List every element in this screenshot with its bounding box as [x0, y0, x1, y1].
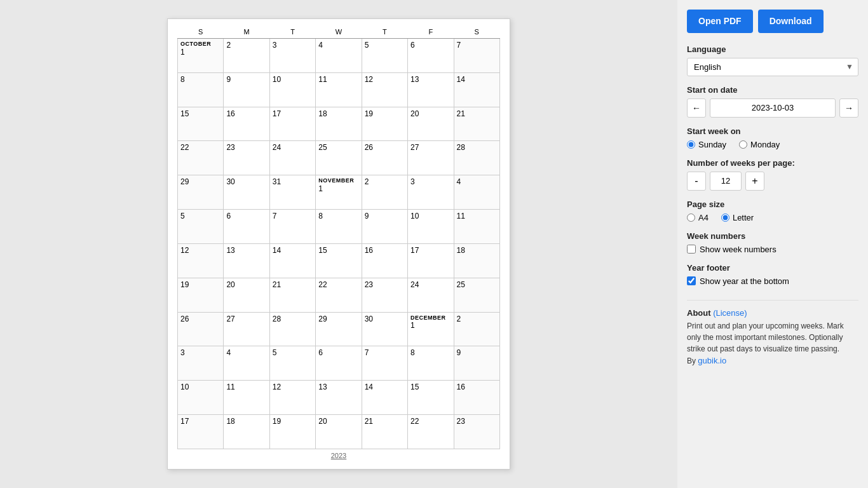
calendar-cell: 27 [408, 141, 454, 175]
day-number: 18 [318, 109, 327, 118]
a4-radio-label[interactable]: A4 [687, 213, 709, 222]
day-number: 1 [410, 321, 415, 330]
calendar-cell: 2 [224, 39, 269, 73]
start-date-section: Start on date ← → [687, 85, 858, 118]
day-number: 6 [226, 212, 231, 220]
calendar-cell: 28 [269, 312, 315, 346]
weeks-plus-button[interactable]: + [745, 172, 764, 191]
sunday-radio-label[interactable]: Sunday [687, 140, 726, 149]
calendar-week-row: 15161718192021 [178, 107, 500, 141]
top-buttons: Open PDF Download [687, 10, 858, 33]
calendar-week-row: 19202122232425 [178, 278, 500, 312]
day-number: 27 [226, 315, 234, 323]
day-number: 24 [273, 143, 281, 152]
calendar-cell: 10 [178, 381, 224, 415]
gubik-link[interactable]: gubik.io [698, 356, 726, 365]
date-input[interactable] [710, 98, 836, 118]
date-next-button[interactable]: → [839, 98, 858, 118]
day-number: 5 [180, 212, 185, 220]
weeks-per-page-section: Number of weeks per page: - + [687, 158, 858, 191]
day-number: 19 [365, 109, 373, 118]
calendar-cell: 7 [454, 39, 499, 73]
language-section: Language English Spanish French German ▼ [687, 44, 858, 76]
show-week-numbers-checkbox[interactable] [687, 245, 696, 254]
calendar-cell: 11 [316, 72, 362, 107]
day-number: 14 [457, 75, 465, 84]
calendar-week-row: 2627282930DECEMBER12 [178, 312, 500, 346]
day-number: 17 [273, 109, 281, 118]
calendar-page: SMTWTFS OCTOBER1234567891011121314151617… [167, 18, 510, 470]
calendar-cell: 21 [362, 415, 407, 449]
calendar-cell: 22 [178, 141, 224, 175]
calendar-week-row: 293031NOVEMBER1234 [178, 175, 500, 210]
calendar-cell: 15 [316, 243, 362, 278]
calendar-cell: 14 [454, 72, 499, 107]
calendar-week-row: 12131415161718 [178, 243, 500, 278]
calendar-cell: 18 [454, 243, 499, 278]
calendar-cell: 23 [362, 278, 407, 312]
calendar-cell: 9 [224, 72, 269, 107]
calendar-cell: 25 [454, 278, 499, 312]
day-number: 18 [226, 417, 234, 426]
calendar-cell: 12 [362, 72, 407, 107]
day-number: 9 [365, 212, 369, 220]
calendar-cell: 7 [269, 210, 315, 244]
about-title: About [687, 308, 711, 318]
day-number: 12 [273, 383, 281, 391]
monday-label: Monday [750, 140, 780, 149]
calendar-cell: 8 [178, 72, 224, 107]
day-number: 30 [226, 177, 234, 186]
calendar-week-row: OCTOBER1234567 [178, 39, 500, 73]
license-link[interactable]: (License) [713, 308, 747, 318]
day-number: 12 [365, 75, 373, 84]
calendar-week-row: 567891011 [178, 210, 500, 244]
letter-radio-label[interactable]: Letter [721, 213, 754, 222]
show-year-footer-label[interactable]: Show year at the bottom [687, 276, 858, 286]
page-size-radio-group: A4 Letter [687, 213, 858, 222]
download-button[interactable]: Download [758, 10, 824, 33]
a4-radio[interactable] [687, 214, 695, 222]
calendar-cell: 7 [362, 346, 407, 381]
day-number: 5 [365, 41, 369, 50]
calendar-cell: 4 [224, 346, 269, 381]
day-number: 2 [226, 41, 231, 50]
day-number: 16 [457, 383, 465, 391]
day-number: 9 [226, 75, 231, 84]
calendar-week-row: 891011121314 [178, 72, 500, 107]
weeks-minus-button[interactable]: - [687, 172, 706, 191]
day-number: 20 [318, 417, 327, 426]
calendar-cell: 30 [224, 175, 269, 210]
show-year-footer-checkbox[interactable] [687, 276, 696, 285]
day-number: 23 [457, 417, 465, 426]
language-select[interactable]: English Spanish French German [687, 58, 858, 76]
controls-panel: Open PDF Download Language English Spani… [677, 0, 868, 488]
monday-radio[interactable] [739, 140, 747, 149]
weeks-per-page-label: Number of weeks per page: [687, 158, 858, 168]
calendar-cell: 19 [362, 107, 407, 141]
day-number: 5 [273, 348, 277, 357]
date-prev-button[interactable]: ← [687, 98, 706, 118]
day-number: 11 [457, 212, 465, 220]
calendar-cell: NOVEMBER1 [316, 175, 362, 210]
show-week-numbers-label[interactable]: Show week numbers [687, 245, 858, 254]
month-label: DECEMBER [410, 315, 451, 322]
calendar-cell: 15 [178, 107, 224, 141]
sunday-radio[interactable] [687, 140, 695, 149]
day-number: 8 [410, 348, 415, 357]
calendar-cell: 31 [269, 175, 315, 210]
calendar-cell: 18 [224, 415, 269, 449]
day-number: 15 [318, 246, 327, 255]
letter-radio[interactable] [721, 214, 729, 222]
day-number: 4 [457, 177, 461, 186]
page-size-label: Page size [687, 200, 858, 209]
calendar-cell: 21 [269, 278, 315, 312]
year-footer-section: Year footer Show year at the bottom [687, 263, 858, 286]
weeks-input[interactable] [710, 172, 742, 191]
calendar-table: SMTWTFS OCTOBER1234567891011121314151617… [177, 25, 500, 449]
day-number: 13 [226, 246, 234, 255]
open-pdf-button[interactable]: Open PDF [687, 10, 753, 33]
calendar-cell: 12 [178, 243, 224, 278]
calendar-cell: 23 [454, 415, 499, 449]
monday-radio-label[interactable]: Monday [739, 140, 780, 149]
sunday-label: Sunday [698, 140, 726, 149]
